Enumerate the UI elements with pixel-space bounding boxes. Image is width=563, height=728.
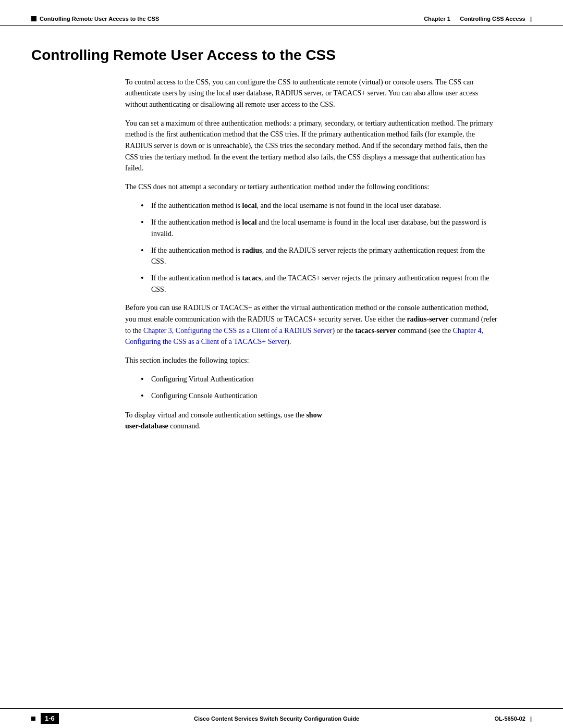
- header-right: Chapter 1 Controlling CSS Access |: [424, 16, 532, 22]
- header-pipe: |: [530, 16, 532, 22]
- list-item: • If the authentication method is local …: [141, 217, 500, 239]
- paragraph-1-text: To control access to the CSS, you can co…: [125, 77, 500, 110]
- bold-local-2: local: [242, 218, 257, 226]
- bold-radius: radius: [242, 246, 262, 254]
- section-intro-text: This section includes the following topi…: [125, 355, 500, 366]
- header-square-icon: [31, 16, 36, 21]
- footer-pipe: |: [530, 715, 532, 722]
- header-chapter-title: Controlling CSS Access: [460, 16, 525, 22]
- bullet-content-2: If the authentication method is local an…: [151, 217, 500, 239]
- link-configuring-console[interactable]: Configuring Console Authentication: [151, 392, 258, 400]
- paragraph-links-text: Before you can use RADIUS or TACACS+ as …: [125, 302, 500, 348]
- footer-doc-number: OL-5650-02 |: [494, 715, 532, 722]
- paragraph-2-text: You can set a maximum of three authentic…: [125, 118, 500, 174]
- topic-link-2-content: Configuring Console Authentication: [151, 390, 500, 402]
- bullet-content-4: If the authentication method is tacacs, …: [151, 273, 500, 295]
- bold-tacacs: tacacs: [242, 274, 262, 282]
- topic-link-1-content: Configuring Virtual Authentication: [151, 374, 500, 385]
- bold-tacacs-server: tacacs-server: [355, 327, 396, 335]
- bullet-icon: •: [141, 200, 151, 212]
- page: Controlling Remote User Access to the CS…: [0, 0, 563, 728]
- header-section-title: Controlling Remote User Access to the CS…: [40, 16, 159, 22]
- paragraph-3: The CSS does not attempt a secondary or …: [125, 181, 500, 193]
- list-item: • If the authentication method is radius…: [141, 245, 500, 267]
- header-left: Controlling Remote User Access to the CS…: [31, 16, 159, 22]
- paragraph-1: To control access to the CSS, you can co…: [125, 77, 500, 110]
- main-content: Controlling Remote User Access to the CS…: [0, 26, 563, 708]
- page-header: Controlling Remote User Access to the CS…: [0, 0, 563, 26]
- bullet-icon: •: [141, 217, 151, 228]
- page-footer: 1-6 Cisco Content Services Switch Securi…: [0, 708, 563, 728]
- link-chapter-3[interactable]: Chapter 3, Configuring the CSS as a Clie…: [143, 327, 332, 335]
- page-title: Controlling Remote User Access to the CS…: [31, 46, 532, 64]
- section-intro-paragraph: This section includes the following topi…: [125, 355, 500, 366]
- bold-user-database: user-database: [125, 422, 168, 430]
- topic-links-list: • Configuring Virtual Authentication • C…: [141, 374, 500, 402]
- list-item: • Configuring Console Authentication: [141, 390, 500, 402]
- bold-show: show: [306, 411, 322, 419]
- list-item: • If the authentication method is tacacs…: [141, 273, 500, 295]
- bullet-content-3: If the authentication method is radius, …: [151, 245, 500, 267]
- header-chapter-label: Chapter 1: [424, 16, 450, 22]
- closing-text: To display virtual and console authentic…: [125, 410, 500, 432]
- footer-doc-number-text: OL-5650-02: [494, 715, 525, 722]
- bold-radius-server: radius-server: [407, 315, 448, 323]
- page-number-badge: 1-6: [41, 713, 59, 724]
- bullet-list: • If the authentication method is local,…: [141, 200, 500, 295]
- bullet-icon: •: [141, 390, 151, 402]
- paragraph-links: Before you can use RADIUS or TACACS+ as …: [125, 302, 500, 348]
- bullet-icon: •: [141, 273, 151, 284]
- bullet-icon: •: [141, 245, 151, 256]
- list-item: • If the authentication method is local,…: [141, 200, 500, 212]
- closing-paragraph: To display virtual and console authentic…: [125, 410, 500, 432]
- bullet-content-1: If the authentication method is local, a…: [151, 200, 500, 212]
- footer-square-icon: [31, 717, 35, 721]
- footer-document-title: Cisco Content Services Switch Security C…: [59, 715, 495, 722]
- paragraph-2: You can set a maximum of three authentic…: [125, 118, 500, 174]
- bullet-icon: •: [141, 374, 151, 385]
- link-configuring-virtual[interactable]: Configuring Virtual Authentication: [151, 375, 253, 383]
- paragraph-3-text: The CSS does not attempt a secondary or …: [125, 181, 500, 193]
- footer-left: 1-6: [31, 713, 59, 724]
- bold-local-1: local: [242, 202, 257, 209]
- list-item: • Configuring Virtual Authentication: [141, 374, 500, 385]
